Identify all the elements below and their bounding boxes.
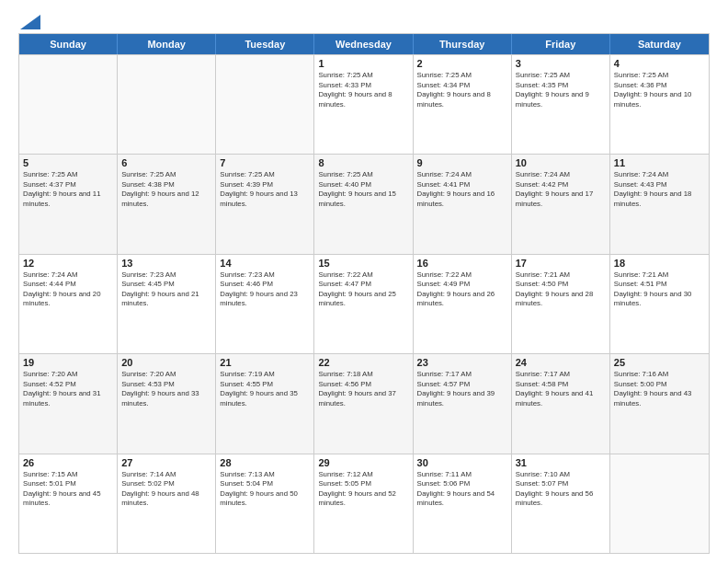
- day-number: 12: [23, 258, 113, 269]
- logo: [18, 15, 40, 26]
- cell-detail: Sunrise: 7:24 AM Sunset: 4:42 PM Dayligh…: [516, 170, 606, 209]
- cell-detail: Sunrise: 7:25 AM Sunset: 4:36 PM Dayligh…: [614, 71, 705, 109]
- cell-detail: Sunrise: 7:18 AM Sunset: 4:56 PM Dayligh…: [318, 370, 408, 408]
- day-number: 17: [516, 258, 606, 269]
- calendar-header: SundayMondayTuesdayWednesdayThursdayFrid…: [19, 34, 709, 54]
- calendar-cell: 19Sunrise: 7:20 AM Sunset: 4:52 PM Dayli…: [19, 354, 118, 453]
- cell-detail: Sunrise: 7:25 AM Sunset: 4:40 PM Dayligh…: [318, 170, 408, 209]
- cell-detail: Sunrise: 7:13 AM Sunset: 5:04 PM Dayligh…: [220, 470, 310, 509]
- day-number: 11: [614, 157, 705, 168]
- day-number: 1: [318, 58, 408, 69]
- cell-detail: Sunrise: 7:22 AM Sunset: 4:47 PM Dayligh…: [318, 270, 408, 309]
- page: SundayMondayTuesdayWednesdayThursdayFrid…: [0, 0, 728, 563]
- cell-detail: Sunrise: 7:20 AM Sunset: 4:53 PM Dayligh…: [121, 370, 211, 408]
- day-number: 26: [23, 457, 113, 468]
- calendar-cell: 7Sunrise: 7:25 AM Sunset: 4:39 PM Daylig…: [216, 155, 314, 253]
- calendar-cell: 24Sunrise: 7:17 AM Sunset: 4:58 PM Dayli…: [512, 354, 610, 453]
- calendar-cell: 17Sunrise: 7:21 AM Sunset: 4:50 PM Dayli…: [512, 255, 610, 353]
- calendar-cell: 1Sunrise: 7:25 AM Sunset: 4:33 PM Daylig…: [314, 55, 413, 154]
- day-number: 9: [417, 157, 507, 168]
- calendar-week: 12Sunrise: 7:24 AM Sunset: 4:44 PM Dayli…: [19, 254, 709, 353]
- calendar-header-cell: Friday: [512, 34, 610, 54]
- day-number: 18: [614, 258, 705, 269]
- day-number: 2: [417, 58, 507, 69]
- calendar-cell: 2Sunrise: 7:25 AM Sunset: 4:34 PM Daylig…: [414, 55, 512, 154]
- day-number: 24: [516, 357, 606, 368]
- calendar: SundayMondayTuesdayWednesdayThursdayFrid…: [18, 33, 710, 554]
- calendar-cell: 8Sunrise: 7:25 AM Sunset: 4:40 PM Daylig…: [314, 155, 413, 253]
- cell-detail: Sunrise: 7:12 AM Sunset: 5:05 PM Dayligh…: [318, 470, 408, 509]
- calendar-cell: 26Sunrise: 7:15 AM Sunset: 5:01 PM Dayli…: [19, 454, 118, 553]
- cell-detail: Sunrise: 7:23 AM Sunset: 4:45 PM Dayligh…: [121, 270, 211, 309]
- calendar-cell-empty: [610, 454, 709, 553]
- header: [18, 15, 710, 26]
- day-number: 4: [614, 58, 705, 69]
- cell-detail: Sunrise: 7:25 AM Sunset: 4:38 PM Dayligh…: [121, 170, 211, 209]
- cell-detail: Sunrise: 7:24 AM Sunset: 4:44 PM Dayligh…: [23, 270, 113, 309]
- cell-detail: Sunrise: 7:14 AM Sunset: 5:02 PM Dayligh…: [121, 470, 211, 509]
- cell-detail: Sunrise: 7:15 AM Sunset: 5:01 PM Dayligh…: [23, 470, 113, 509]
- day-number: 27: [121, 457, 211, 468]
- day-number: 25: [614, 357, 705, 368]
- calendar-cell: 25Sunrise: 7:16 AM Sunset: 5:00 PM Dayli…: [610, 354, 709, 453]
- day-number: 20: [121, 357, 211, 368]
- cell-detail: Sunrise: 7:24 AM Sunset: 4:43 PM Dayligh…: [614, 170, 705, 209]
- calendar-cell: 6Sunrise: 7:25 AM Sunset: 4:38 PM Daylig…: [118, 155, 216, 253]
- calendar-cell: 3Sunrise: 7:25 AM Sunset: 4:35 PM Daylig…: [512, 55, 610, 154]
- calendar-cell: 22Sunrise: 7:18 AM Sunset: 4:56 PM Dayli…: [314, 354, 413, 453]
- calendar-cell: 31Sunrise: 7:10 AM Sunset: 5:07 PM Dayli…: [512, 454, 610, 553]
- day-number: 8: [318, 157, 408, 168]
- day-number: 3: [516, 58, 606, 69]
- calendar-header-cell: Sunday: [19, 34, 118, 54]
- day-number: 19: [23, 357, 113, 368]
- calendar-cell: 23Sunrise: 7:17 AM Sunset: 4:57 PM Dayli…: [414, 354, 512, 453]
- calendar-body: 1Sunrise: 7:25 AM Sunset: 4:33 PM Daylig…: [19, 54, 709, 553]
- cell-detail: Sunrise: 7:25 AM Sunset: 4:37 PM Dayligh…: [23, 170, 113, 209]
- cell-detail: Sunrise: 7:23 AM Sunset: 4:46 PM Dayligh…: [220, 270, 310, 309]
- day-number: 10: [516, 157, 606, 168]
- calendar-cell: 28Sunrise: 7:13 AM Sunset: 5:04 PM Dayli…: [216, 454, 314, 553]
- cell-detail: Sunrise: 7:11 AM Sunset: 5:06 PM Dayligh…: [417, 470, 507, 509]
- calendar-cell: 21Sunrise: 7:19 AM Sunset: 4:55 PM Dayli…: [216, 354, 314, 453]
- calendar-week: 19Sunrise: 7:20 AM Sunset: 4:52 PM Dayli…: [19, 353, 709, 453]
- calendar-cell: 14Sunrise: 7:23 AM Sunset: 4:46 PM Dayli…: [216, 255, 314, 353]
- calendar-cell: 11Sunrise: 7:24 AM Sunset: 4:43 PM Dayli…: [610, 155, 709, 253]
- calendar-header-cell: Monday: [118, 34, 216, 54]
- cell-detail: Sunrise: 7:16 AM Sunset: 5:00 PM Dayligh…: [614, 370, 705, 408]
- calendar-cell: 9Sunrise: 7:24 AM Sunset: 4:41 PM Daylig…: [414, 155, 512, 253]
- calendar-header-cell: Tuesday: [216, 34, 314, 54]
- calendar-week: 1Sunrise: 7:25 AM Sunset: 4:33 PM Daylig…: [19, 54, 709, 154]
- cell-detail: Sunrise: 7:10 AM Sunset: 5:07 PM Dayligh…: [516, 470, 606, 509]
- calendar-cell: 16Sunrise: 7:22 AM Sunset: 4:49 PM Dayli…: [414, 255, 512, 353]
- cell-detail: Sunrise: 7:21 AM Sunset: 4:51 PM Dayligh…: [614, 270, 705, 309]
- cell-detail: Sunrise: 7:19 AM Sunset: 4:55 PM Dayligh…: [220, 370, 310, 408]
- cell-detail: Sunrise: 7:25 AM Sunset: 4:34 PM Dayligh…: [417, 71, 507, 109]
- day-number: 21: [220, 357, 310, 368]
- day-number: 30: [417, 457, 507, 468]
- day-number: 23: [417, 357, 507, 368]
- calendar-cell: 30Sunrise: 7:11 AM Sunset: 5:06 PM Dayli…: [414, 454, 512, 553]
- cell-detail: Sunrise: 7:24 AM Sunset: 4:41 PM Dayligh…: [417, 170, 507, 209]
- calendar-cell: 18Sunrise: 7:21 AM Sunset: 4:51 PM Dayli…: [610, 255, 709, 353]
- svg-marker-0: [20, 15, 40, 29]
- calendar-cell: 29Sunrise: 7:12 AM Sunset: 5:05 PM Dayli…: [314, 454, 413, 553]
- cell-detail: Sunrise: 7:17 AM Sunset: 4:57 PM Dayligh…: [417, 370, 507, 408]
- calendar-cell-empty: [118, 55, 216, 154]
- calendar-cell: 15Sunrise: 7:22 AM Sunset: 4:47 PM Dayli…: [314, 255, 413, 353]
- logo-icon: [20, 15, 40, 29]
- cell-detail: Sunrise: 7:25 AM Sunset: 4:33 PM Dayligh…: [318, 71, 408, 109]
- calendar-cell: 10Sunrise: 7:24 AM Sunset: 4:42 PM Dayli…: [512, 155, 610, 253]
- day-number: 14: [220, 258, 310, 269]
- day-number: 16: [417, 258, 507, 269]
- calendar-week: 26Sunrise: 7:15 AM Sunset: 5:01 PM Dayli…: [19, 454, 709, 553]
- calendar-header-cell: Thursday: [414, 34, 512, 54]
- cell-detail: Sunrise: 7:17 AM Sunset: 4:58 PM Dayligh…: [516, 370, 606, 408]
- cell-detail: Sunrise: 7:20 AM Sunset: 4:52 PM Dayligh…: [23, 370, 113, 408]
- day-number: 13: [121, 258, 211, 269]
- cell-detail: Sunrise: 7:25 AM Sunset: 4:35 PM Dayligh…: [516, 71, 606, 109]
- calendar-cell: 13Sunrise: 7:23 AM Sunset: 4:45 PM Dayli…: [118, 255, 216, 353]
- cell-detail: Sunrise: 7:22 AM Sunset: 4:49 PM Dayligh…: [417, 270, 507, 309]
- calendar-header-cell: Wednesday: [314, 34, 413, 54]
- calendar-cell: 20Sunrise: 7:20 AM Sunset: 4:53 PM Dayli…: [118, 354, 216, 453]
- day-number: 28: [220, 457, 310, 468]
